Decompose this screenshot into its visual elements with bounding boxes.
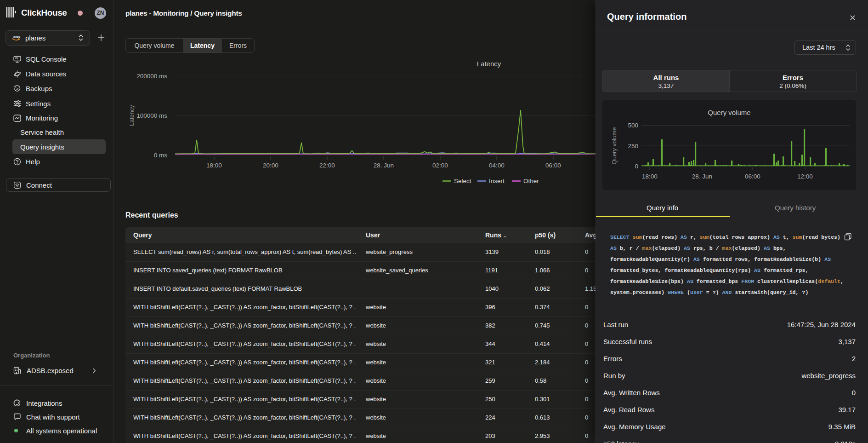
svg-text:Query volume: Query volume: [708, 109, 750, 116]
svg-text:Latency: Latency: [477, 60, 501, 68]
svg-text:06:00: 06:00: [745, 173, 760, 180]
svg-text:0 ms: 0 ms: [154, 152, 168, 159]
svg-text:04:00: 04:00: [489, 162, 505, 169]
svg-text:Latency: Latency: [128, 105, 135, 126]
svg-text:18:00: 18:00: [206, 162, 222, 169]
svg-text:12:00: 12:00: [797, 173, 813, 180]
svg-text:0: 0: [635, 163, 638, 170]
svg-text:Other: Other: [523, 178, 539, 184]
svg-text:06:00: 06:00: [545, 162, 561, 169]
svg-text:28. Jun: 28. Jun: [374, 162, 394, 169]
svg-text:Select: Select: [454, 178, 471, 184]
svg-text:200000 ms: 200000 ms: [136, 73, 167, 80]
svg-text:18:00: 18:00: [642, 173, 658, 180]
svg-text:02:00: 02:00: [432, 162, 448, 169]
svg-text:Insert: Insert: [489, 178, 505, 184]
svg-text:250: 250: [628, 143, 638, 150]
svg-text:100000 ms: 100000 ms: [136, 112, 167, 119]
svg-text:500: 500: [628, 122, 638, 129]
svg-text:20:00: 20:00: [263, 162, 278, 169]
svg-text:22:00: 22:00: [319, 162, 335, 169]
svg-text:Query volume: Query volume: [611, 127, 618, 165]
svg-text:28. Jun: 28. Jun: [692, 173, 712, 180]
